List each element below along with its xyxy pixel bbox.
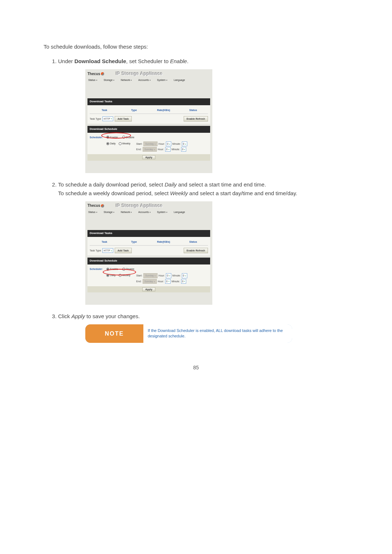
scheduler-label: Scheduler: bbox=[90, 135, 104, 139]
tasks-table-header: Task Type Rate(KB/s) Status bbox=[90, 107, 208, 114]
radio-icon bbox=[106, 136, 109, 139]
end-label: End: bbox=[136, 279, 141, 283]
add-task-button[interactable]: Add Task bbox=[115, 116, 132, 122]
col-task: Task bbox=[90, 108, 119, 112]
end-day-select[interactable]: Sunday bbox=[143, 147, 157, 152]
note-box: NOTE If the Download Scheduler is enable… bbox=[85, 324, 292, 343]
menu-status[interactable]: Status bbox=[88, 210, 97, 214]
screenshot-1: Thecus IP Storage Appliance Status Stora… bbox=[85, 69, 212, 173]
menu-storage[interactable]: Storage bbox=[104, 78, 114, 82]
start-minute-select[interactable]: 0 bbox=[182, 273, 187, 278]
logo: Thecus bbox=[87, 203, 105, 209]
menu-network[interactable]: Network bbox=[121, 210, 132, 214]
end-day-select[interactable]: Sunday bbox=[143, 279, 157, 284]
menu-language[interactable]: Language bbox=[174, 78, 185, 82]
menu-accounts[interactable]: Accounts bbox=[138, 78, 150, 82]
step1-b: Download Schedule bbox=[74, 58, 126, 64]
scheduler-enable-option[interactable]: Enable bbox=[106, 135, 118, 139]
note-label: NOTE bbox=[85, 324, 143, 343]
add-task-button[interactable]: Add Task bbox=[115, 248, 132, 253]
task-type-select[interactable]: HTTP bbox=[102, 116, 113, 121]
minute-label: Minute: bbox=[172, 147, 180, 151]
main-menu: Status Storage Network Accounts System L… bbox=[85, 77, 212, 84]
start-hour-select[interactable]: 0 bbox=[166, 273, 171, 278]
radio-icon bbox=[122, 268, 125, 271]
end-minute-select[interactable]: 0 bbox=[181, 279, 187, 284]
download-schedule-title: Download Schedule bbox=[87, 258, 210, 264]
scheduler-enable-option[interactable]: Enable bbox=[106, 267, 118, 271]
radio-icon bbox=[106, 142, 109, 145]
step1-e: . bbox=[187, 58, 188, 64]
step2-f: and select a start day/time and end time… bbox=[188, 190, 297, 196]
start-minute-select[interactable]: 0 bbox=[182, 141, 187, 146]
page-number: 85 bbox=[44, 365, 348, 370]
menu-system[interactable]: System bbox=[157, 78, 167, 82]
step3-c: to save your changes. bbox=[85, 313, 140, 319]
logo-text: Thecus bbox=[87, 71, 100, 77]
minute-label: Minute: bbox=[172, 274, 181, 278]
step2-b: Daily bbox=[165, 181, 177, 188]
steps-list: Under Download Schedule, set Scheduler t… bbox=[44, 57, 348, 343]
start-day-select[interactable]: Sunday bbox=[143, 141, 158, 146]
start-hour-select[interactable]: 0 bbox=[166, 141, 171, 146]
enable-refresh-button[interactable]: Enable Refresh bbox=[184, 248, 208, 253]
logo-text: Thecus bbox=[87, 203, 100, 209]
col-rate: Rate(KB/s) bbox=[149, 108, 179, 112]
step1-c: , set Scheduler to bbox=[126, 58, 170, 64]
weekly-option[interactable]: Weekly bbox=[119, 141, 131, 145]
radio-icon bbox=[122, 136, 125, 139]
end-hour-select[interactable]: 0 bbox=[165, 147, 171, 152]
logo: Thecus bbox=[87, 71, 105, 77]
step2-a: To schedule a daily download period, sel… bbox=[58, 181, 165, 188]
task-type-label: Task Type bbox=[90, 249, 101, 253]
col-rate: Rate(KB/s) bbox=[149, 240, 179, 244]
radio-icon bbox=[106, 268, 109, 271]
apply-button[interactable]: Apply bbox=[142, 287, 155, 291]
radio-icon bbox=[119, 274, 122, 277]
step1-a: Under bbox=[58, 58, 74, 64]
minute-label: Minute: bbox=[172, 279, 180, 283]
step1-d: Enable bbox=[170, 58, 187, 64]
menu-storage[interactable]: Storage bbox=[104, 210, 114, 214]
weekly-option[interactable]: Weekly bbox=[119, 273, 131, 277]
logo-icon bbox=[101, 204, 104, 208]
scheduler-disable-option[interactable]: Disable bbox=[122, 267, 134, 271]
col-type: Type bbox=[119, 108, 149, 112]
step2-d: To schedule a weekly download period, se… bbox=[58, 190, 170, 196]
scheduler-label: Scheduler: bbox=[90, 267, 104, 271]
download-schedule-title: Download Schedule bbox=[87, 126, 210, 133]
task-type-select[interactable]: HTTP bbox=[102, 248, 113, 253]
step3-b: Apply bbox=[72, 313, 85, 319]
hour-label: Hour: bbox=[159, 142, 165, 146]
col-type: Type bbox=[119, 240, 149, 244]
radio-icon bbox=[119, 142, 122, 145]
start-label: Start: bbox=[136, 142, 142, 146]
download-tasks-title: Download Tasks bbox=[87, 98, 210, 105]
step-2: To schedule a daily download period, sel… bbox=[58, 180, 348, 305]
step2-e: Weekly bbox=[170, 190, 188, 196]
main-menu: Status Storage Network Accounts System L… bbox=[85, 209, 212, 216]
menu-network[interactable]: Network bbox=[121, 78, 132, 82]
intro-text: To schedule downloads, follow these step… bbox=[44, 44, 348, 50]
menu-status[interactable]: Status bbox=[88, 78, 97, 82]
menu-accounts[interactable]: Accounts bbox=[138, 210, 150, 214]
end-hour-select[interactable]: 0 bbox=[165, 279, 171, 284]
daily-option[interactable]: Daily bbox=[106, 141, 116, 145]
col-task: Task bbox=[90, 240, 119, 244]
screenshot-2: Thecus IP Storage Appliance Status Stora… bbox=[85, 201, 212, 305]
hour-label: Hour: bbox=[158, 147, 164, 151]
end-minute-select[interactable]: 0 bbox=[181, 147, 187, 152]
download-tasks-title: Download Tasks bbox=[87, 230, 210, 237]
menu-system[interactable]: System bbox=[157, 210, 167, 214]
enable-refresh-button[interactable]: Enable Refresh bbox=[184, 116, 208, 122]
apply-button[interactable]: Apply bbox=[142, 155, 155, 159]
start-day-select[interactable]: Sunday bbox=[143, 273, 158, 278]
app-title: IP Storage Appliance bbox=[116, 70, 163, 77]
logo-icon bbox=[101, 72, 104, 75]
step2-c: and select a start time and end time. bbox=[177, 181, 266, 188]
scheduler-disable-option[interactable]: Disable bbox=[122, 135, 134, 139]
menu-language[interactable]: Language bbox=[174, 210, 185, 214]
task-type-label: Task Type bbox=[90, 117, 101, 121]
daily-option[interactable]: Daily bbox=[106, 273, 116, 277]
step-1: Under Download Schedule, set Scheduler t… bbox=[58, 57, 348, 173]
